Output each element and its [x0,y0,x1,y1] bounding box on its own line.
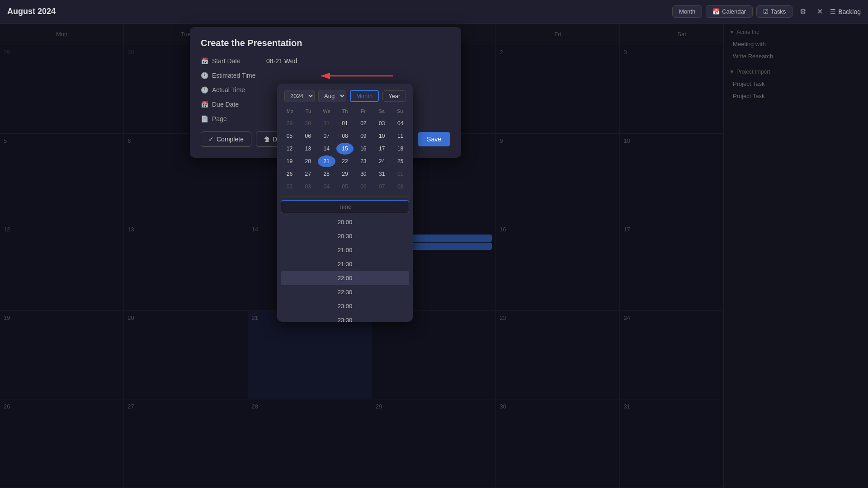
trash-icon: 🗑 [264,136,270,143]
clock-icon: 🕐 [201,86,208,94]
dp-day[interactable]: 13 [299,143,317,155]
calendar-icon: 📅 [201,101,208,108]
dp-header-mo: Mo [281,107,299,116]
time-item-2200[interactable]: 22:00 [281,271,409,285]
time-item-2330[interactable]: 23:30 [281,313,409,322]
dp-header-fr: Fr [354,107,373,116]
dp-header-su: Su [391,107,409,116]
estimated-time-label: Estimated Time [212,72,266,79]
dp-day[interactable]: 16 [354,143,372,155]
start-date-label: Start Date [212,57,266,65]
date-picker-header: 2024 Aug Month Year [277,84,413,107]
dp-day[interactable]: 17 [373,143,391,155]
dp-header-sa: Sa [373,107,391,116]
time-item-2300[interactable]: 23:00 [281,299,409,313]
dp-day[interactable]: 08 [392,181,409,192]
month-button[interactable]: Month [672,5,702,18]
tasks-button[interactable]: ☑ Tasks [756,5,793,18]
dp-day[interactable]: 24 [373,155,391,167]
dp-day[interactable]: 22 [336,155,354,167]
dp-day[interactable]: 04 [318,181,335,192]
dp-day[interactable]: 06 [354,181,372,192]
dp-day[interactable]: 27 [299,168,317,180]
year-select[interactable]: 2024 [284,90,315,102]
actual-time-label: Actual Time [212,86,266,94]
month-select[interactable]: Aug [318,90,346,102]
dp-day[interactable]: 02 [281,181,298,192]
dp-day[interactable]: 31 [318,117,335,129]
dp-grid-header: Mo Tu We Th Fr Sa Su [277,107,413,116]
save-button[interactable]: Save [418,132,450,146]
dp-day[interactable]: 11 [392,130,409,142]
dp-day[interactable]: 18 [392,143,409,155]
time-input[interactable] [281,200,409,213]
dp-day[interactable]: 07 [373,181,391,192]
dp-day[interactable]: 30 [299,117,317,129]
dp-day[interactable]: 09 [354,130,372,142]
dp-day[interactable]: 06 [299,130,317,142]
time-item-2230[interactable]: 22:30 [281,285,409,299]
due-date-label: Due Date [212,101,266,108]
settings-icon[interactable]: ⚙ [796,5,810,18]
dp-day[interactable]: 03 [373,117,391,129]
backlog-icon: ☰ [830,8,836,15]
dp-day[interactable]: 01 [392,168,409,180]
calendar-button[interactable]: 📅 Calendar [706,5,753,18]
time-item-2130[interactable]: 21:30 [281,257,409,271]
backlog-button[interactable]: ☰ Backlog [830,8,861,15]
estimated-time-field: 🕐 Estimated Time [201,72,450,79]
time-list: 20:00 20:30 21:00 21:30 22:00 22:30 23:0… [277,213,413,322]
date-picker: 2024 Aug Month Year Mo Tu We Th Fr Sa Su… [277,84,413,322]
dp-day[interactable]: 10 [373,130,391,142]
dp-day[interactable]: 14 [318,143,335,155]
dp-day[interactable]: 12 [281,143,298,155]
dp-grid: 29 30 31 01 02 03 04 05 06 07 08 09 10 1… [277,117,413,192]
page-label: Page [212,115,266,122]
dp-day[interactable]: 29 [281,117,298,129]
view-month-button[interactable]: Month [350,90,379,102]
tasks-icon: ☑ [763,8,769,15]
dp-header-we: We [317,107,336,116]
calendar-icon: 📅 [201,57,208,65]
clock-icon: 🕐 [201,72,208,79]
time-item-2100[interactable]: 21:00 [281,243,409,257]
dp-day[interactable]: 25 [392,155,409,167]
time-item-2000[interactable]: 20:00 [281,215,409,229]
complete-button[interactable]: ✓ Complete [201,131,251,147]
check-icon: ✓ [208,136,214,143]
dp-header-tu: Tu [299,107,318,116]
dp-day[interactable]: 28 [318,168,335,180]
page-title: August 2024 [7,7,56,16]
dp-day[interactable]: 01 [336,117,354,129]
start-date-field: 📅 Start Date 08-21 Wed [201,57,450,65]
dp-day[interactable]: 31 [373,168,391,180]
dp-day[interactable]: 29 [336,168,354,180]
dp-day[interactable]: 03 [299,181,317,192]
dp-day[interactable]: 20 [299,155,317,167]
dp-day-selected[interactable]: 21 [318,155,335,167]
modal-title: Create the Presentation [201,38,450,48]
dp-day[interactable]: 05 [281,130,298,142]
dp-day[interactable]: 05 [336,181,354,192]
dp-day[interactable]: 30 [354,168,372,180]
time-input-section [281,196,409,213]
top-bar-right: Month 📅 Calendar ☑ Tasks ⚙ ✕ ☰ Backlog [672,5,861,18]
dp-day[interactable]: 26 [281,168,298,180]
dp-day[interactable]: 19 [281,155,298,167]
start-date-value[interactable]: 08-21 Wed [266,57,297,65]
top-bar: August 2024 Month 📅 Calendar ☑ Tasks ⚙ ✕… [0,0,868,23]
time-item-2030[interactable]: 20:30 [281,229,409,243]
dp-day[interactable]: 08 [336,130,354,142]
view-year-button[interactable]: Year [382,90,406,102]
close-icon[interactable]: ✕ [813,5,826,18]
dp-day[interactable]: 02 [354,117,372,129]
calendar-icon: 📅 [712,8,720,15]
page-icon: 📄 [201,115,208,122]
dp-day-today[interactable]: 15 [336,143,354,155]
dp-header-th: Th [336,107,354,116]
dp-day[interactable]: 23 [354,155,372,167]
dp-day[interactable]: 04 [392,117,409,129]
dp-day[interactable]: 07 [318,130,335,142]
